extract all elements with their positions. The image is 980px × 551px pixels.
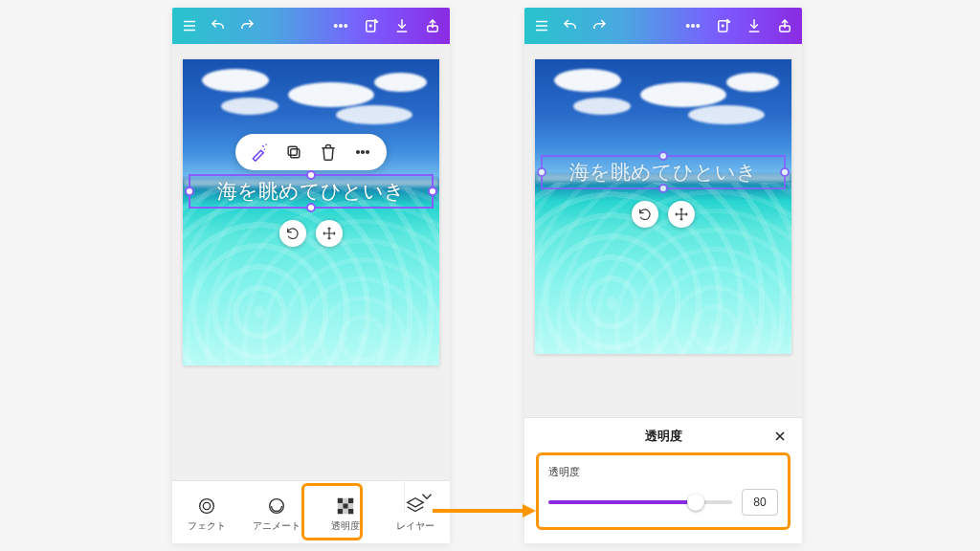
more-icon[interactable]	[331, 16, 350, 35]
svg-point-10	[204, 502, 211, 509]
menu-icon[interactable]	[180, 16, 199, 35]
opacity-value-input[interactable]: 80	[742, 489, 778, 516]
svg-point-22	[687, 25, 689, 27]
tool-animate[interactable]: アニメート	[242, 492, 312, 533]
design-canvas[interactable]: 海を眺めてひといき	[535, 59, 791, 354]
duplicate-icon[interactable]	[283, 142, 304, 163]
selection-context-menu	[235, 134, 387, 170]
panel-title: 透明度	[645, 428, 682, 445]
tool-effect[interactable]: フェクト	[172, 492, 242, 533]
add-page-icon[interactable]	[362, 16, 381, 35]
download-icon[interactable]	[745, 16, 764, 35]
resize-handle-left[interactable]	[537, 167, 546, 177]
redo-icon[interactable]	[237, 16, 256, 35]
opacity-slider[interactable]	[548, 494, 732, 511]
svg-rect-15	[344, 503, 349, 509]
top-toolbar	[524, 8, 802, 44]
undo-icon[interactable]	[209, 16, 228, 35]
svg-rect-13	[338, 498, 344, 504]
rotate-icon[interactable]	[632, 201, 658, 228]
download-icon[interactable]	[392, 16, 412, 35]
svg-point-1	[340, 25, 342, 27]
resize-handle-bottom[interactable]	[306, 203, 316, 212]
svg-point-0	[335, 25, 337, 27]
undo-icon[interactable]	[561, 16, 580, 35]
highlight-box-opacity-slider: 透明度 80	[536, 452, 791, 530]
design-canvas[interactable]: 海を眺めてひといき	[183, 59, 439, 365]
edit-magic-icon[interactable]	[249, 142, 270, 163]
canvas-area: 海を眺めてひといき	[524, 44, 802, 417]
element-floating-controls	[632, 201, 695, 228]
tool-label: 透明度	[331, 519, 360, 533]
svg-rect-18	[344, 498, 349, 504]
more-options-icon[interactable]	[352, 142, 373, 163]
delete-icon[interactable]	[318, 142, 339, 163]
svg-point-8	[362, 151, 365, 154]
text-content: 海を眺めてひといき	[217, 178, 405, 205]
svg-point-7	[357, 151, 360, 154]
move-icon[interactable]	[668, 201, 695, 228]
element-floating-controls	[279, 220, 343, 247]
resize-handle-bottom[interactable]	[658, 184, 668, 193]
tool-label: レイヤー	[396, 519, 434, 533]
svg-rect-5	[291, 149, 300, 158]
tool-opacity[interactable]: 透明度	[311, 492, 381, 533]
svg-point-23	[692, 25, 694, 27]
resize-handle-top[interactable]	[306, 170, 316, 180]
phone-screen-left: 海を眺めてひといき フェクト アニメート	[172, 8, 450, 543]
redo-icon[interactable]	[590, 16, 609, 35]
move-icon[interactable]	[316, 220, 343, 247]
svg-rect-16	[338, 509, 344, 515]
phone-screen-right: 海を眺めてひといき 透明度 透明度	[524, 8, 802, 543]
tool-label: フェクト	[188, 519, 226, 533]
svg-rect-14	[348, 498, 354, 504]
share-icon[interactable]	[423, 16, 442, 35]
tool-label: アニメート	[253, 519, 301, 533]
slider-thumb[interactable]	[687, 494, 704, 511]
more-icon[interactable]	[683, 16, 702, 35]
selected-text-element[interactable]: 海を眺めてひといき	[189, 174, 434, 209]
close-panel-button[interactable]	[769, 426, 791, 447]
svg-point-9	[367, 151, 369, 154]
svg-point-11	[200, 499, 214, 514]
selected-text-element[interactable]: 海を眺めてひといき	[541, 155, 786, 189]
svg-rect-21	[344, 509, 349, 515]
svg-point-2	[345, 25, 346, 27]
bottom-tool-row: フェクト アニメート 透明度 レイヤー	[172, 480, 450, 543]
rotate-icon[interactable]	[279, 220, 306, 247]
slider-label: 透明度	[548, 465, 778, 479]
resize-handle-left[interactable]	[185, 187, 194, 196]
canvas-area: 海を眺めてひといき	[172, 44, 450, 480]
text-content: 海を眺めてひといき	[569, 159, 757, 186]
resize-handle-right[interactable]	[780, 167, 790, 177]
add-page-icon[interactable]	[714, 16, 733, 35]
share-icon[interactable]	[775, 16, 794, 35]
svg-rect-17	[348, 509, 354, 515]
resize-handle-right[interactable]	[428, 187, 437, 196]
svg-rect-19	[338, 503, 344, 509]
svg-rect-20	[348, 503, 354, 509]
top-toolbar	[172, 8, 450, 44]
menu-icon[interactable]	[532, 16, 551, 35]
collapse-toolbar-button[interactable]	[404, 481, 448, 512]
opacity-panel: 透明度 透明度 80	[524, 417, 802, 543]
svg-point-24	[697, 25, 699, 27]
svg-rect-6	[288, 146, 297, 155]
resize-handle-top[interactable]	[658, 151, 668, 161]
